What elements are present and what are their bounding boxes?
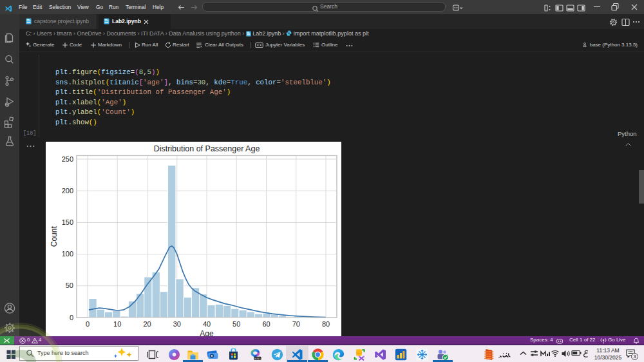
- svg-text:0: 0: [70, 314, 73, 321]
- svg-text:40: 40: [203, 320, 211, 328]
- svg-text:0: 0: [86, 320, 90, 328]
- svg-text:Count: Count: [50, 226, 59, 247]
- svg-text:100: 100: [62, 250, 73, 258]
- svg-text:M365: M365: [254, 357, 261, 360]
- svg-text:200: 200: [62, 187, 73, 195]
- svg-text:60: 60: [262, 320, 270, 328]
- svg-text:20: 20: [143, 320, 151, 328]
- svg-text:150: 150: [62, 218, 73, 226]
- svg-text:250: 250: [62, 155, 73, 163]
- svg-text:Distribution of Passenger Age: Distribution of Passenger Age: [154, 144, 260, 153]
- svg-text:70: 70: [292, 320, 300, 328]
- svg-text:50: 50: [66, 281, 73, 289]
- svg-text:80: 80: [322, 320, 330, 328]
- svg-text:10: 10: [113, 320, 121, 328]
- svg-text:50: 50: [232, 320, 240, 328]
- svg-text:30: 30: [173, 320, 181, 328]
